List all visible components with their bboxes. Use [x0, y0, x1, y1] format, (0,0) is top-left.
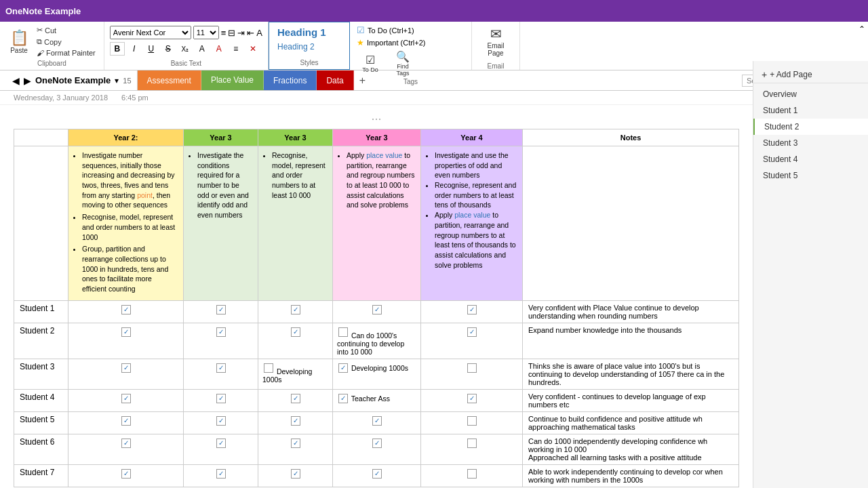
- email-group: ✉ Email Page Email: [472, 22, 520, 70]
- tab-add[interactable]: +: [354, 70, 372, 90]
- student1-y3a-checkbox[interactable]: [216, 305, 226, 314]
- year4-item3: Apply place value to partition, rearrang…: [435, 210, 517, 270]
- indent-button[interactable]: ⇥: [237, 28, 245, 38]
- student6-y4-checkbox[interactable]: [467, 439, 477, 448]
- table-row: Student 4 Teacher Ass Very confident - c…: [14, 389, 739, 411]
- student3-y3b-checkbox[interactable]: [264, 363, 273, 373]
- student6-y3b-checkbox[interactable]: [291, 439, 300, 448]
- student3-y3a-checkbox[interactable]: [216, 363, 226, 373]
- underline-button[interactable]: U: [144, 42, 159, 56]
- student3-y4-cell: [421, 359, 523, 389]
- email-page-button[interactable]: ✉ Email Page: [477, 24, 514, 58]
- year3c-item1: Apply place value to partition, rearrang…: [347, 150, 415, 210]
- student1-y3c-cell: [333, 300, 421, 323]
- col-header-year4: Year 4: [421, 129, 523, 146]
- student5-y3a-cell: [184, 411, 258, 434]
- tab-fractions[interactable]: Fractions: [264, 70, 317, 90]
- student7-y3a-checkbox[interactable]: [216, 469, 226, 479]
- section-tabs: Assessment Place Value Fractions Data +: [138, 70, 372, 90]
- page-nav-student1[interactable]: Student 1: [753, 102, 868, 119]
- important-tag-item[interactable]: ★ Important (Ctrl+2): [355, 37, 466, 48]
- student7-y4-checkbox[interactable]: [467, 469, 477, 479]
- student3-y2-checkbox[interactable]: [121, 363, 131, 373]
- student5-y3c-cell: [333, 411, 421, 434]
- format-painter-button[interactable]: 🖌 Format Painter: [34, 48, 98, 58]
- student5-y2-checkbox[interactable]: [121, 416, 131, 426]
- student2-y4-cell: [421, 323, 523, 359]
- student7-y3c-checkbox[interactable]: [372, 469, 382, 479]
- student5-y3b-checkbox[interactable]: [291, 416, 300, 426]
- student2-y4-checkbox[interactable]: [467, 327, 477, 337]
- todo-tag-item[interactable]: ☑ To Do (Ctrl+1): [355, 24, 466, 36]
- student7-y3a-cell: [184, 464, 258, 487]
- heading2-style[interactable]: Heading 2: [272, 41, 347, 53]
- student6-y3a-checkbox[interactable]: [216, 439, 226, 448]
- student4-y3b-cell: [258, 389, 333, 411]
- student7-y2-checkbox[interactable]: [121, 469, 131, 479]
- subscript-button[interactable]: X₂: [178, 42, 193, 56]
- student3-y3c-checkbox[interactable]: [338, 363, 348, 373]
- student1-y3c-checkbox[interactable]: [372, 305, 382, 314]
- page-nav-overview[interactable]: Overview: [753, 86, 868, 102]
- cut-button[interactable]: ✂ Cut: [34, 25, 98, 35]
- paste-button[interactable]: 📋 Paste: [5, 24, 33, 58]
- student6-y2-checkbox[interactable]: [121, 439, 131, 448]
- student1-y3b-checkbox[interactable]: [291, 305, 300, 314]
- strikethrough-button[interactable]: S: [161, 42, 176, 56]
- student5-y4-checkbox[interactable]: [467, 416, 477, 426]
- forward-arrow-icon[interactable]: ▶: [24, 75, 31, 86]
- student2-y3b-checkbox[interactable]: [291, 327, 300, 337]
- outdent-button[interactable]: ⇤: [247, 28, 254, 38]
- add-page-button[interactable]: + + Add Page: [753, 66, 868, 83]
- close-format-button[interactable]: ✕: [245, 42, 260, 56]
- student5-y3a-checkbox[interactable]: [216, 416, 226, 426]
- page-nav-student2[interactable]: Student 2: [753, 119, 868, 135]
- student3-y4-checkbox[interactable]: [467, 363, 477, 373]
- student4-y4-checkbox[interactable]: [467, 394, 477, 403]
- page-nav-student5[interactable]: Student 5: [753, 167, 868, 184]
- font-size-select[interactable]: 11: [193, 26, 219, 39]
- copy-icon: ⧉: [37, 37, 42, 46]
- page-number: 15: [123, 77, 131, 85]
- student6-y2-cell: [68, 434, 184, 464]
- ribbon-expand-button[interactable]: ⌃: [859, 24, 865, 34]
- find-tags-button[interactable]: 🔍 Find Tags: [388, 51, 418, 75]
- student4-y3a-checkbox[interactable]: [216, 394, 226, 403]
- student7-y3b-checkbox[interactable]: [291, 469, 300, 479]
- bold-button[interactable]: B: [110, 42, 125, 56]
- italic-button[interactable]: I: [127, 42, 142, 56]
- student1-y2-checkbox[interactable]: [121, 305, 131, 314]
- tab-data[interactable]: Data: [317, 70, 353, 90]
- student4-y2-checkbox[interactable]: [121, 394, 131, 403]
- tab-assessment[interactable]: Assessment: [138, 70, 201, 90]
- student2-y3c-cell: Can do 1000's continuing to develop into…: [333, 323, 421, 359]
- clear-format-button[interactable]: A: [256, 28, 262, 38]
- ordered-list-button[interactable]: ⊟: [228, 28, 235, 38]
- student2-y2-checkbox[interactable]: [121, 327, 131, 337]
- back-arrow-icon[interactable]: ◀: [12, 75, 20, 86]
- student2-y3a-checkbox[interactable]: [216, 327, 226, 337]
- font-color-button[interactable]: A: [212, 42, 226, 56]
- list-button[interactable]: ≡: [221, 28, 226, 38]
- student1-y4-checkbox[interactable]: [467, 305, 477, 314]
- highlight-button[interactable]: A: [195, 42, 210, 56]
- drag-handle[interactable]: ···: [14, 112, 739, 126]
- tags-label: Tags: [355, 77, 466, 85]
- tab-place-value[interactable]: Place Value: [201, 70, 264, 90]
- student6-y3c-checkbox[interactable]: [372, 439, 382, 448]
- student4-y3c-checkbox[interactable]: [338, 394, 348, 403]
- student4-y3b-checkbox[interactable]: [291, 394, 300, 403]
- student5-y3c-checkbox[interactable]: [372, 416, 382, 426]
- ribbon-top: OneNote Example: [0, 0, 868, 22]
- page-nav-student3[interactable]: Student 3: [753, 135, 868, 151]
- font-select[interactable]: Avenir Next Cor: [110, 26, 191, 39]
- tags-group: ☑ To Do (Ctrl+1) ★ Important (Ctrl+2) ☑ …: [350, 22, 472, 70]
- copy-button[interactable]: ⧉ Copy: [34, 37, 98, 47]
- align-button[interactable]: ≡: [229, 42, 243, 56]
- student3-y2-cell: [68, 359, 184, 389]
- year3b-item1: Recognise, model, represent and order nu…: [272, 150, 327, 200]
- todo-check-icon: ☑: [357, 25, 365, 35]
- page-nav-student4[interactable]: Student 4: [753, 151, 868, 167]
- student2-y3c-checkbox[interactable]: [338, 327, 348, 337]
- heading1-style[interactable]: Heading 1: [272, 25, 347, 39]
